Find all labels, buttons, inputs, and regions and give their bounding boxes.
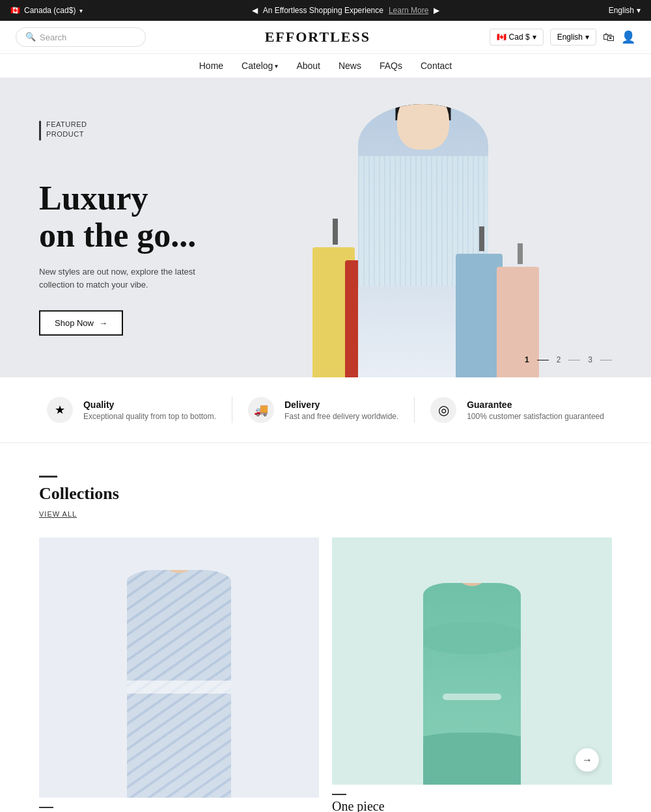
- onepiece-arrow-button[interactable]: →: [575, 748, 599, 772]
- shop-now-button[interactable]: Shop Now →: [39, 310, 123, 336]
- page-2[interactable]: 2: [557, 355, 561, 364]
- catalog-chevron-icon: ▾: [275, 62, 278, 70]
- nav-news[interactable]: News: [339, 61, 361, 71]
- collections-header: Collections VIEW ALL: [39, 476, 612, 519]
- delivery-title: Delivery: [284, 399, 398, 410]
- collection-gown[interactable]: Gown 53 Styles: [39, 537, 319, 812]
- language-selector[interactable]: English ▾: [550, 29, 596, 46]
- collections-grid: Gown 53 Styles: [39, 537, 612, 812]
- collections-title: Collections: [39, 484, 612, 504]
- hero-content: FEATUREDPRODUCT Luxuryon the go... New s…: [39, 120, 196, 336]
- collections-section: Collections VIEW ALL: [0, 443, 651, 812]
- lang-chevron-icon: ▾: [585, 33, 589, 42]
- guarantee-desc: 100% customer satisfaction guaranteed: [467, 412, 604, 421]
- canada-flag-small: 🇨🇦: [497, 33, 506, 42]
- user-icon[interactable]: 👤: [621, 30, 635, 44]
- feature-quality-text: Quality Exceptional quality from top to …: [83, 399, 216, 421]
- quality-title: Quality: [83, 399, 216, 410]
- page-3[interactable]: 3: [588, 355, 592, 364]
- guarantee-icon: ◎: [430, 397, 456, 423]
- announcement-text: An Effortless Shopping Experience: [263, 6, 383, 15]
- country-label: Canada (cad$): [24, 6, 76, 15]
- language-label-top: English: [609, 6, 634, 15]
- delivery-desc: Fast and free delivery worldwide.: [284, 412, 398, 421]
- currency-label: Cad $: [509, 33, 530, 42]
- featured-text: FEATUREDPRODUCT: [46, 120, 87, 140]
- prev-arrow-icon[interactable]: ◀: [252, 6, 258, 15]
- gown-info: Gown 53 Styles: [39, 798, 319, 812]
- page-line-2: [568, 360, 580, 360]
- delivery-icon: 🚚: [248, 397, 274, 423]
- next-arrow-icon[interactable]: ▶: [434, 6, 439, 15]
- collection-onepiece[interactable]: → One piece 53 Styles: [332, 537, 612, 812]
- onepiece-name: One piece: [332, 799, 612, 812]
- currency-chevron-icon: ▾: [533, 33, 536, 42]
- collections-bar: [39, 476, 57, 478]
- hero-section: FEATUREDPRODUCT Luxuryon the go... New s…: [0, 78, 651, 377]
- quality-desc: Exceptional quality from top to bottom.: [83, 412, 216, 421]
- shop-now-arrow-icon: →: [99, 318, 107, 328]
- feature-delivery: 🚚 Delivery Fast and free delivery worldw…: [248, 397, 398, 423]
- onepiece-name-bar: [332, 794, 346, 795]
- announcement-bar: ◀ An Effortless Shopping Experience Lear…: [252, 6, 440, 15]
- hero-heading: Luxuryon the go...: [39, 180, 196, 254]
- nav-catalog[interactable]: Catelog ▾: [242, 61, 278, 71]
- brand-name: EFFORTLESS: [265, 29, 370, 46]
- feature-quality: ★ Quality Exceptional quality from top t…: [47, 397, 216, 423]
- featured-label: FEATUREDPRODUCT: [39, 120, 196, 141]
- nav-faqs[interactable]: FAQs: [380, 61, 402, 71]
- language-label: English: [557, 33, 583, 42]
- header: 🔍 Search EFFORTLESS 🇨🇦 Cad $ ▾ English ▾…: [0, 21, 651, 54]
- header-actions: 🇨🇦 Cad $ ▾ English ▾ 🛍 👤: [490, 29, 635, 46]
- nav-home[interactable]: Home: [199, 61, 223, 71]
- feature-guarantee: ◎ Guarantee 100% customer satisfaction g…: [430, 397, 604, 423]
- canada-flag: 🇨🇦: [10, 6, 20, 15]
- page-line-3: [600, 360, 612, 360]
- country-chevron-icon[interactable]: ▾: [79, 7, 83, 14]
- feature-guarantee-text: Guarantee 100% customer satisfaction gua…: [467, 399, 604, 421]
- cart-icon[interactable]: 🛍: [603, 31, 615, 44]
- onepiece-info: One piece 53 Styles: [332, 785, 612, 812]
- search-bar[interactable]: 🔍 Search: [16, 27, 146, 47]
- divider-2: [414, 397, 415, 423]
- guarantee-title: Guarantee: [467, 399, 604, 410]
- quality-icon: ★: [47, 397, 73, 423]
- feature-delivery-text: Delivery Fast and free delivery worldwid…: [284, 399, 398, 421]
- hero-subtext: New styles are out now, explore the late…: [39, 265, 195, 291]
- page-line-1: [537, 360, 549, 360]
- gown-name-bar: [39, 807, 53, 808]
- country-selector[interactable]: 🇨🇦 Canada (cad$) ▾: [10, 6, 83, 15]
- view-all-link[interactable]: VIEW ALL: [39, 510, 77, 518]
- currency-selector[interactable]: 🇨🇦 Cad $ ▾: [490, 29, 544, 46]
- shop-now-label: Shop Now: [55, 318, 94, 328]
- learn-more-link[interactable]: Learn More: [389, 6, 428, 15]
- search-icon: 🔍: [25, 32, 36, 42]
- divider-1: [232, 397, 232, 423]
- main-nav: Home Catelog ▾ About News FAQs Contact: [0, 54, 651, 78]
- page-1[interactable]: 1: [525, 355, 529, 364]
- search-placeholder: Search: [40, 33, 66, 42]
- featured-bar: [39, 121, 41, 141]
- language-selector-top[interactable]: English ▾: [609, 6, 641, 15]
- top-bar: 🇨🇦 Canada (cad$) ▾ ◀ An Effortless Shopp…: [0, 0, 651, 21]
- features-bar: ★ Quality Exceptional quality from top t…: [0, 377, 651, 443]
- hero-pagination: 1 2 3: [525, 355, 612, 364]
- nav-about[interactable]: About: [296, 61, 320, 71]
- nav-contact[interactable]: Contact: [421, 61, 452, 71]
- language-chevron-icon: ▾: [637, 6, 641, 15]
